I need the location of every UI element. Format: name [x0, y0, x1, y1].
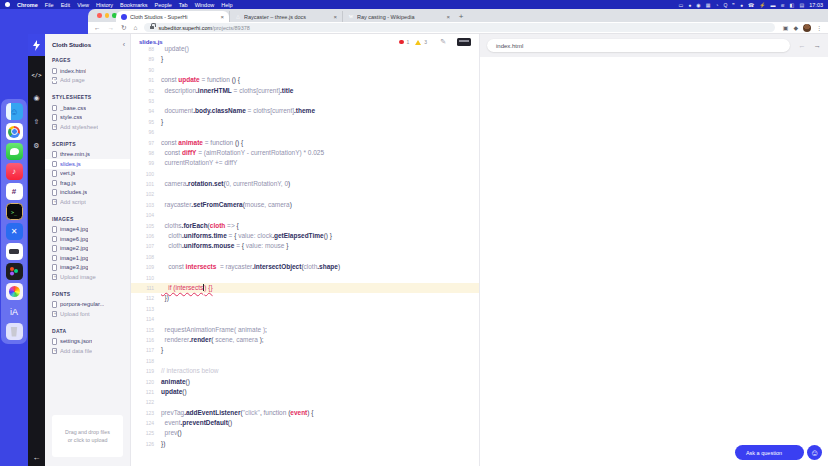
- file-item[interactable]: image1.jpg: [45, 253, 130, 263]
- file-item[interactable]: porpora-regular...: [45, 300, 130, 310]
- file-item[interactable]: image6.jpg: [45, 234, 130, 244]
- code-line[interactable]: 92 description.innerHTML = cloths[curren…: [131, 86, 479, 96]
- code-line[interactable]: 113: [131, 304, 479, 314]
- code-line[interactable]: 95}: [131, 117, 479, 127]
- avatar[interactable]: [803, 24, 811, 32]
- menu-item-history[interactable]: History: [96, 2, 113, 8]
- preview-address-bar[interactable]: index.html: [487, 39, 790, 52]
- menu-item-bookmarks[interactable]: Bookmarks: [120, 2, 148, 8]
- code-line[interactable]: 101 camera.rotation.set(0, currentRotati…: [131, 179, 479, 189]
- file-item[interactable]: slides.js: [45, 159, 130, 169]
- smiley-icon[interactable]: ☺: [807, 445, 822, 460]
- dock-ia-writer-icon[interactable]: iA: [6, 303, 23, 320]
- search-icon[interactable]: Q: [723, 2, 727, 8]
- circle-app-icon[interactable]: ●: [688, 2, 691, 8]
- superhi-logo[interactable]: [28, 34, 45, 56]
- close-tab-icon[interactable]: ×: [333, 14, 337, 20]
- extension-icon[interactable]: ▣: [783, 24, 789, 31]
- dot-icon[interactable]: ●: [740, 2, 743, 8]
- code-line[interactable]: 105 cloths.forEach(cloth => {: [131, 221, 479, 231]
- dock-xcode-icon[interactable]: ✕: [6, 223, 23, 240]
- code-line[interactable]: 99 currentRotationY += diffY: [131, 158, 479, 168]
- file-item[interactable]: _base.css: [45, 103, 130, 113]
- browser-tab[interactable]: △Raycaster – three.js docs×: [229, 11, 342, 22]
- preview-back-icon[interactable]: ←: [798, 41, 806, 50]
- code-line[interactable]: 90: [131, 65, 479, 75]
- phone-icon[interactable]: ☎: [748, 2, 754, 8]
- code-line[interactable]: 97const animate = function () {: [131, 138, 479, 148]
- code-line[interactable]: 98 const diffY = (aimRotationY - current…: [131, 148, 479, 158]
- file-item[interactable]: vert.js: [45, 169, 130, 179]
- preview-forward-icon[interactable]: →: [814, 41, 822, 50]
- code-line[interactable]: 93: [131, 96, 479, 106]
- code-line[interactable]: 108: [131, 252, 479, 262]
- menu-item-window[interactable]: Window: [195, 2, 215, 8]
- forward-button[interactable]: →: [108, 24, 115, 31]
- menu-item-tab[interactable]: Tab: [179, 2, 188, 8]
- code-line[interactable]: 125 prev(): [131, 428, 479, 438]
- dock-music-icon[interactable]: ♪: [6, 163, 23, 180]
- browser-tab[interactable]: Cloth Studios - SuperHi×: [116, 11, 229, 22]
- file-item[interactable]: style.css: [45, 113, 130, 123]
- dock-messages-icon[interactable]: [6, 143, 23, 160]
- dock-photos-icon[interactable]: [6, 283, 23, 300]
- close-tab-icon[interactable]: ×: [220, 14, 224, 20]
- close-window-button[interactable]: [97, 13, 102, 18]
- code-line[interactable]: 124 event.preventDefault(): [131, 418, 479, 428]
- menu-item-view[interactable]: View: [77, 2, 89, 8]
- add-file-button[interactable]: Add stylesheet: [45, 122, 130, 132]
- menu-item-people[interactable]: People: [155, 2, 172, 8]
- dock-slack-icon[interactable]: #: [6, 183, 23, 200]
- file-item[interactable]: settings.json: [45, 337, 130, 347]
- file-item[interactable]: three.min.js: [45, 150, 130, 160]
- eye-icon[interactable]: ◉: [33, 94, 39, 102]
- upload-dropzone[interactable]: Drag and drop files or click to upload: [52, 415, 123, 457]
- code-editor[interactable]: 88 update()89}9091const update = functio…: [131, 50, 479, 466]
- code-line[interactable]: 102: [131, 189, 479, 199]
- file-item[interactable]: frag.js: [45, 178, 130, 188]
- code-icon[interactable]: </>: [32, 72, 42, 78]
- code-line[interactable]: 91const update = function () {: [131, 75, 479, 85]
- code-line[interactable]: 121update(): [131, 387, 479, 397]
- display-icon[interactable]: ▭: [679, 2, 684, 8]
- file-item[interactable]: image3.jpg: [45, 263, 130, 273]
- collapse-panel-icon[interactable]: ‹: [123, 41, 125, 48]
- code-line[interactable]: 106 cloth.uniforms.time = { value: clock…: [131, 231, 479, 241]
- menu-item-file[interactable]: File: [45, 2, 54, 8]
- gear-icon[interactable]: ⚙: [33, 142, 39, 150]
- share-icon[interactable]: ⇧: [34, 118, 40, 126]
- code-line[interactable]: 109 const intersects = raycaster.interse…: [131, 262, 479, 272]
- back-button[interactable]: ←: [94, 24, 101, 31]
- add-file-button[interactable]: Upload image: [45, 272, 130, 282]
- add-file-button[interactable]: Add page: [45, 76, 130, 86]
- code-line[interactable]: 118: [131, 356, 479, 366]
- menu-item-help[interactable]: Help: [221, 2, 232, 8]
- dock-figma-icon[interactable]: [6, 263, 23, 280]
- code-line[interactable]: 120animate(): [131, 377, 479, 387]
- camera-icon[interactable]: ◉: [696, 2, 700, 8]
- bolt-icon[interactable]: ⚡: [759, 2, 765, 8]
- code-line[interactable]: 122: [131, 397, 479, 407]
- add-file-button[interactable]: Add data file: [45, 346, 130, 356]
- code-line[interactable]: 111 if (intersects) {}: [131, 283, 479, 293]
- rail-back-arrow[interactable]: ←: [28, 453, 45, 462]
- address-bar[interactable]: subeditor.superhi.com/projects/89378: [144, 23, 774, 32]
- dock-chrome-icon[interactable]: [6, 123, 23, 140]
- code-line[interactable]: 123prevTag.addEventListener("click", fun…: [131, 408, 479, 418]
- dock-terminal-icon[interactable]: >_: [6, 203, 23, 220]
- code-line[interactable]: 103 raycaster.setFromCamera(mouse, camer…: [131, 200, 479, 210]
- chat-icon[interactable]: ❞: [732, 2, 735, 8]
- code-line[interactable]: 126}): [131, 439, 479, 449]
- menu-item-edit[interactable]: Edit: [61, 2, 70, 8]
- browser-menu-icon[interactable]: ⋮: [816, 24, 822, 31]
- apple-icon[interactable]: [5, 2, 10, 7]
- grid-icon[interactable]: ▦: [706, 2, 711, 8]
- browser-tab[interactable]: WRay casting - Wikipedia×: [342, 11, 455, 22]
- file-item[interactable]: image4.jpg: [45, 225, 130, 235]
- new-tab-button[interactable]: +: [455, 11, 467, 22]
- toggle-icon[interactable]: ◧: [790, 2, 795, 8]
- ask-question-button[interactable]: Ask a question: [735, 445, 804, 460]
- battery-icon[interactable]: ▬: [771, 2, 776, 8]
- code-line[interactable]: 100: [131, 169, 479, 179]
- clock-app-icon[interactable]: ◔: [715, 2, 718, 8]
